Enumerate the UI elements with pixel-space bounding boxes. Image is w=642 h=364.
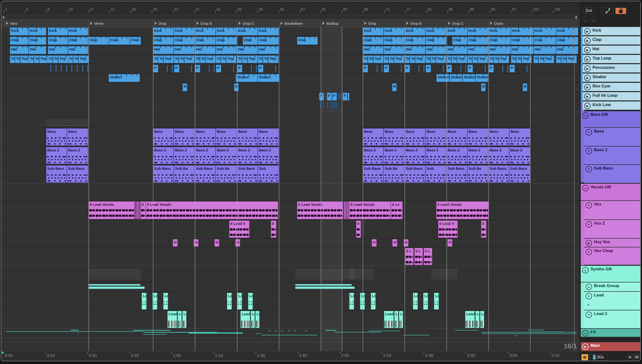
clip-bass-2[interactable]: Bass 2 <box>237 147 258 164</box>
clip-tick[interactable] <box>382 65 382 72</box>
clip-le[interactable]: Le <box>182 311 187 328</box>
clip-kick[interactable]: Kick <box>237 28 258 36</box>
clip-lead[interactable]: Lead <box>384 311 394 328</box>
clip-percussion[interactable] <box>66 65 67 72</box>
clip-top-loop[interactable]: To <box>389 55 394 63</box>
clip-clap[interactable]: Clap <box>153 37 174 45</box>
clip-le[interactable]: Le <box>371 293 376 310</box>
clip-shaker[interactable]: Shaker <box>236 74 258 82</box>
clip-le[interactable]: Le <box>251 311 255 328</box>
fx-automation-segment[interactable] <box>530 332 563 332</box>
clip-kick[interactable]: Kick <box>68 28 88 36</box>
clip-shaker[interactable]: Shaker <box>109 74 140 82</box>
clip-top-loop[interactable]: Top <box>205 55 216 63</box>
clip-bass-2[interactable]: Bass 2 <box>216 147 237 164</box>
fx-automation-segment[interactable] <box>256 334 260 334</box>
clip-0-lead-v[interactable]: 0 Lead V <box>438 220 458 238</box>
clip-bass-2[interactable]: Bass 2 <box>67 147 88 164</box>
clip-sub-bass[interactable]: Sub Bass <box>67 165 88 183</box>
clip-bass[interactable]: Bass <box>153 128 174 146</box>
clip-0-lead-v[interactable]: 0 Lead V <box>229 220 249 238</box>
clip-bass-2[interactable]: Bass 2 <box>383 147 405 164</box>
clip-top-loop[interactable]: Top <box>394 55 404 63</box>
clip-top-loop[interactable]: To <box>68 55 73 63</box>
clip-top-loop[interactable]: To <box>539 55 544 63</box>
clip-sub[interactable]: Sub <box>258 165 279 183</box>
play-icon[interactable]: ▶ <box>584 38 590 44</box>
clip-top-loop[interactable]: To <box>53 55 58 63</box>
track-header-percussion[interactable]: ▶Percussion <box>583 64 641 72</box>
clip-bassgr[interactable] <box>46 124 88 126</box>
fx-automation-segment[interactable] <box>189 332 243 334</box>
clip-sub-bass[interactable]: Sub Bass <box>363 165 383 183</box>
play-icon[interactable]: ▶ <box>584 93 590 100</box>
clip-bass-2[interactable]: Bass 2 <box>363 147 383 164</box>
clip-bass[interactable]: Bass <box>383 128 405 146</box>
track-header-kick-low[interactable]: ▶Kick Low <box>583 102 641 110</box>
clip-le[interactable]: Le <box>413 293 418 310</box>
clip-clap[interactable]: Clap <box>10 37 29 45</box>
locator-breakdown[interactable]: Breakdown <box>279 20 321 27</box>
clip-percussion[interactable]: P <box>467 65 473 72</box>
clip-le[interactable]: Le <box>394 311 398 328</box>
clip-top-loop[interactable]: To <box>452 55 457 63</box>
clip-le[interactable]: Le <box>349 293 354 310</box>
clip-top-loop[interactable]: Top <box>164 55 174 63</box>
clip-0-lead-vocals[interactable]: 0 Lead Vocals <box>146 201 278 219</box>
clip-le[interactable]: Le <box>237 293 242 310</box>
time-ruler[interactable]: 0:000:150:300:451:001:151:301:452:002:15… <box>1 351 579 360</box>
clip-top-loop[interactable]: To <box>10 55 15 63</box>
clip-clap[interactable]: Clap <box>488 37 511 45</box>
clip-top-loop[interactable]: To <box>48 55 53 63</box>
clip-kicklow[interactable] <box>334 102 335 109</box>
play-icon[interactable]: ▶ <box>584 47 590 53</box>
clip-0-l[interactable]: 0 L <box>405 248 414 265</box>
clip-kick[interactable]: Kick <box>488 28 511 36</box>
clip-r[interactable]: R <box>392 83 397 91</box>
lock-envelopes-button[interactable] <box>615 8 626 14</box>
locator-buildup[interactable]: Buildup <box>321 20 363 27</box>
play-icon[interactable]: ▶ <box>586 240 592 246</box>
clip-h[interactable]: H <box>404 239 408 247</box>
clip-top-loop[interactable]: To <box>467 55 472 63</box>
clip-sub-bass[interactable]: Sub Bass <box>446 165 467 183</box>
clip-top-loop[interactable]: Top <box>58 55 69 63</box>
play-icon[interactable]: ▶ <box>584 75 590 81</box>
clip-hat[interactable]: Hat <box>10 46 29 54</box>
clip-tick[interactable] <box>209 65 210 72</box>
clip-top-loop[interactable]: Top <box>226 55 236 63</box>
clip-top-loop[interactable]: To <box>472 55 478 63</box>
fx-automation-segment[interactable] <box>455 330 478 330</box>
clip-top-loop[interactable]: To <box>216 55 221 63</box>
clip-percussion[interactable]: P <box>384 65 389 72</box>
fx-automation-segment[interactable] <box>274 330 277 331</box>
clip-tick[interactable] <box>167 65 168 72</box>
clip-top-loop[interactable]: Top <box>436 55 446 63</box>
track-header-lead-2[interactable]: ▼Lead 2 <box>584 310 641 328</box>
clip-bass[interactable]: Bass <box>46 128 67 146</box>
clip-hat[interactable]: Hat <box>488 46 511 54</box>
clip-f[interactable]: F <box>332 92 337 101</box>
clip-hat[interactable]: Hat <box>533 46 556 54</box>
fx-automation-segment[interactable] <box>482 334 576 334</box>
clip-kick[interactable]: Kick <box>258 28 279 36</box>
fx-automation-segment[interactable] <box>334 332 381 332</box>
clip-vox[interactable] <box>135 201 140 219</box>
clip-tick[interactable] <box>251 65 252 72</box>
clip-bass[interactable]: Bass <box>195 128 216 146</box>
clip-le[interactable]: Le <box>434 293 439 310</box>
clip-percussion[interactable] <box>56 65 57 72</box>
play-icon[interactable]: ▶ <box>582 344 588 350</box>
clip-sub-bass[interactable]: Sub Bass <box>46 165 67 183</box>
clip-top-loop[interactable]: Top <box>457 55 467 63</box>
clip-synthsgr[interactable] <box>431 269 457 280</box>
clip-top-loop[interactable]: To <box>430 55 436 63</box>
track-header-top-loop[interactable]: ▶Top Loop <box>583 55 641 63</box>
track-header-clap[interactable]: ▶Clap <box>583 36 641 44</box>
locator-intro[interactable]: Intro <box>5 20 89 27</box>
clip-r[interactable]: R <box>523 83 527 91</box>
track-header-main[interactable]: ▶Main <box>581 342 641 351</box>
clip-bass-2[interactable]: Bass 2 <box>405 147 425 164</box>
track-header-rev-cym[interactable]: ▶Rev Cym <box>583 83 641 91</box>
clip-tick[interactable] <box>377 65 378 72</box>
